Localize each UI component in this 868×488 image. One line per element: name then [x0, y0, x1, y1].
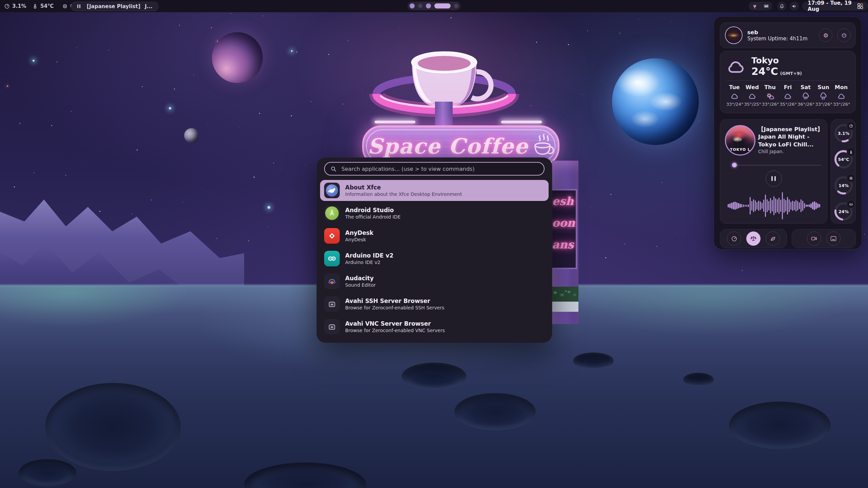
- dock-toggle-button[interactable]: [826, 231, 841, 246]
- app-row-avahi-vnc[interactable]: Avahi VNC Server Browser Browse for Zero…: [320, 316, 549, 337]
- forecast-temps: 33°/26°: [762, 102, 778, 107]
- bright-star: [33, 60, 35, 62]
- cloud-icon: [730, 93, 739, 100]
- shop-base-wall: [552, 302, 578, 312]
- workspace-dot[interactable]: [454, 4, 458, 8]
- forecast-mon: Mon 33°/26°: [833, 84, 849, 107]
- app-texts: Avahi VNC Server Browser Browse for Zero…: [345, 320, 445, 333]
- coffee-cup-icon: [532, 134, 554, 158]
- small-moon: [184, 128, 199, 143]
- neon-text-fragment: ans: [552, 234, 576, 256]
- forecast-tue: Tue 33°/24°: [726, 84, 743, 107]
- app-texts: About Xfce Information about the Xfce De…: [345, 184, 462, 197]
- memory-gauge: 14%: [834, 176, 853, 195]
- app-desc: Sound Editor: [345, 282, 376, 288]
- temperature-value: 54°C: [40, 3, 54, 9]
- progress-handle[interactable]: [732, 163, 737, 167]
- workspace-dot[interactable]: [410, 3, 415, 8]
- planter-greenery: [552, 287, 578, 302]
- app-row-audacity[interactable]: Audacity Sound Editor: [320, 271, 549, 292]
- workspace-dot[interactable]: [418, 4, 422, 8]
- rain-cloud-icon: [801, 93, 810, 100]
- forecast-temps: 36°/26°: [797, 102, 814, 107]
- cloud-icon: [783, 93, 792, 100]
- forecast-wed: Wed 35°/25°: [744, 84, 761, 107]
- progress-track[interactable]: [732, 165, 821, 166]
- app-name: About Xfce: [345, 184, 462, 191]
- cloud-icon: [726, 58, 747, 75]
- forecast-fri: Fri 35°/26°: [780, 84, 796, 107]
- widgets-toggle-button[interactable]: [855, 2, 865, 11]
- app-name: Android Studio: [345, 206, 400, 214]
- crater: [573, 352, 614, 369]
- bright-star: [169, 107, 171, 109]
- powersave-mode-button[interactable]: [766, 231, 780, 246]
- speedometer-icon: [4, 3, 10, 9]
- disk-gauge: 24%: [834, 202, 853, 221]
- top-bar: 3.1% 54°C 6.8G 【Japanese Playlist】 J...: [0, 0, 868, 12]
- wallpaper-icon[interactable]: [763, 3, 769, 9]
- bell-icon: [779, 3, 785, 9]
- weather-timezone: (GMT+9): [780, 71, 802, 76]
- volume-button[interactable]: [790, 2, 799, 11]
- app-row-anydesk[interactable]: AnyDesk AnyDesk: [320, 225, 549, 246]
- thermometer-icon: [32, 3, 38, 9]
- app-desc: Browse for Zeroconf-enabled SSH Servers: [345, 305, 444, 311]
- avatar: [725, 26, 743, 44]
- app-desc: Browse for Zeroconf-enabled VNC Servers: [345, 327, 445, 333]
- cpu-load-value: 3.1%: [12, 3, 26, 9]
- quick-toggles-right: [792, 229, 856, 248]
- forecast-sun: Sun 33°/26°: [815, 84, 832, 107]
- forecast-day: Mon: [833, 84, 849, 90]
- app-row-about-xfce[interactable]: About Xfce Information about the Xfce De…: [320, 180, 549, 201]
- marquee-light: [501, 121, 542, 123]
- app-name: Audacity: [345, 274, 376, 282]
- power-icon: [841, 32, 847, 39]
- media-subtitle: Chill Japan.: [758, 149, 784, 154]
- search-input[interactable]: [341, 165, 538, 172]
- thermometer-icon: [847, 148, 855, 156]
- forecast-thu: Thu 33°/26°: [762, 84, 778, 107]
- app-name: Arduino IDE v2: [345, 252, 393, 259]
- app-name: Avahi VNC Server Browser: [345, 320, 445, 327]
- workspace-indicator[interactable]: [408, 2, 460, 10]
- album-art-text: TOKYO L: [726, 147, 754, 152]
- forecast-temps: 33°/24°: [726, 102, 743, 107]
- settings-button[interactable]: [819, 28, 832, 42]
- user-name: seb: [747, 29, 814, 36]
- quick-toggles-left: [720, 229, 787, 248]
- leaf-icon: [770, 236, 776, 242]
- workspace-dot[interactable]: [426, 3, 431, 8]
- app-row-avahi-ssh[interactable]: Avahi SSH Server Browser Browse for Zero…: [320, 293, 549, 314]
- forecast-row: Tue 33°/24° Wed 35°/25° Thu: [726, 84, 850, 107]
- speedometer-icon: [847, 122, 855, 130]
- speaker-icon: [791, 3, 797, 9]
- marquee-light: [375, 121, 415, 123]
- app-desc: AnyDesk: [345, 237, 373, 243]
- crater: [45, 383, 181, 471]
- balanced-mode-button[interactable]: [746, 231, 761, 246]
- cloud-icon: [748, 93, 757, 100]
- system-uptime: System Uptime: 4h11m: [747, 36, 814, 42]
- app-row-arduino[interactable]: Arduino IDE v2 Arduino IDE v2: [320, 248, 549, 269]
- network-port-icon: [324, 319, 340, 334]
- disk-icon: [847, 200, 855, 208]
- music-pill[interactable]: 【Japanese Playlist】 J...: [71, 2, 158, 11]
- search-bar[interactable]: [324, 162, 545, 176]
- app-launcher: About Xfce Information about the Xfce De…: [317, 158, 552, 343]
- pause-button[interactable]: [766, 170, 782, 187]
- app-row-android-studio[interactable]: Android Studio The official Android IDE: [320, 203, 549, 224]
- notifications-button[interactable]: [777, 2, 786, 11]
- crater: [729, 402, 831, 449]
- performance-mode-button[interactable]: [727, 231, 741, 246]
- app-texts: AnyDesk AnyDesk: [345, 229, 373, 243]
- temperature-indicator: 54°C: [32, 0, 54, 12]
- coffee-shop-building: esh oon ans: [552, 161, 578, 324]
- forecast-temps: 35°/26°: [780, 102, 796, 107]
- cat-tray-icon[interactable]: [752, 3, 758, 9]
- power-button[interactable]: [837, 28, 851, 42]
- weather-city: Tokyo: [751, 56, 802, 66]
- workspace-dot-active[interactable]: [434, 3, 451, 8]
- app-texts: Avahi SSH Server Browser Browse for Zero…: [345, 297, 444, 311]
- screen-record-button[interactable]: [807, 231, 821, 246]
